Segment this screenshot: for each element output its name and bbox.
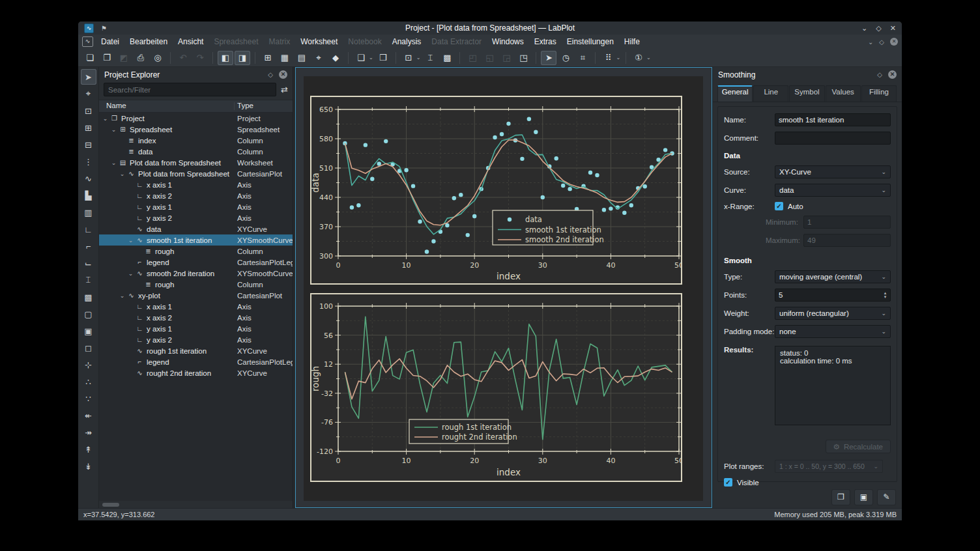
name-column-header[interactable]: Name (106, 100, 126, 111)
add-bar-plot-button[interactable]: ▥ (81, 205, 96, 220)
tree-row[interactable]: ≣dataColumn (99, 146, 293, 157)
select-mode-button[interactable]: ➤ (541, 51, 556, 65)
shift-right-x-button[interactable]: ↠ (81, 425, 96, 440)
search-input[interactable] (104, 83, 276, 96)
menu-bearbeiten[interactable]: Bearbeiten (124, 35, 173, 48)
tree-row[interactable]: ⌄⊞SpreadsheetSpreadsheet (99, 124, 293, 135)
zoom-x-select-button[interactable]: ⊞ (81, 120, 96, 135)
child-window-icon[interactable]: ∿ (82, 36, 93, 47)
tree-row[interactable]: ⌄∿smooth 1st iterationXYSmoothCurve (99, 234, 293, 246)
print-button[interactable]: ⎙ (133, 51, 149, 65)
filter-options-icon[interactable]: ⇄ (281, 85, 288, 94)
new-notebook-button[interactable]: ◆ (328, 51, 343, 65)
pin-icon[interactable]: ⚑ (101, 25, 107, 32)
new-datapicker-button[interactable]: ⌖ (311, 51, 326, 65)
tab-symbol[interactable]: Symbol (789, 85, 824, 102)
curve-select[interactable]: data ⌄ (775, 184, 891, 197)
float-panel-icon[interactable]: ◇ (877, 71, 882, 78)
titlebar[interactable]: ∿ ⚑ Project - [Plot data from Spreadshee… (78, 21, 902, 35)
chevron-down-icon[interactable]: ⌄ (369, 55, 373, 61)
type-column-header[interactable]: Type (237, 100, 253, 111)
minimize-button[interactable]: ⌄ (861, 22, 867, 34)
tree-row[interactable]: ≣roughColumn (99, 279, 293, 290)
close-panel-icon[interactable]: ✕ (888, 70, 897, 79)
import-file-button[interactable]: ❒ (375, 51, 391, 65)
child-minimize-button[interactable]: ⌄ (868, 38, 873, 46)
type-select[interactable]: moving average (central) ⌄ (775, 270, 891, 283)
tab-general[interactable]: General (717, 85, 753, 102)
tree-row[interactable]: ⌄∿Plot data from SpreadsheetCartesianPlo… (99, 168, 293, 179)
chevron-down-icon[interactable]: ⌄ (126, 237, 135, 244)
open-project-button[interactable]: ❐ (99, 51, 115, 65)
new-workbook-button[interactable]: ▤ (294, 51, 310, 65)
auto-checkbox[interactable]: ✓ (775, 202, 783, 210)
auto-scale-x-button[interactable]: ∴ (81, 374, 96, 389)
add-y-axis-button[interactable]: ⌐ (81, 238, 96, 254)
menu-windows[interactable]: Windows (487, 35, 529, 48)
tree-row[interactable]: ⌄∿smooth 2nd iterationXYSmoothCurve (99, 268, 293, 279)
shift-down-y-button[interactable]: ↡ (81, 459, 96, 474)
chevron-down-icon[interactable]: ⌄ (118, 171, 126, 177)
tree-row[interactable]: ≣roughColumn (99, 246, 293, 257)
tree-row[interactable]: ⌄∿xy-plotCartesianPlot (99, 290, 293, 301)
toggle-properties-explorer-button[interactable]: ◨ (235, 51, 250, 65)
toggle-project-explorer-button[interactable]: ◧ (218, 51, 233, 65)
tree-row[interactable]: ∿dataXYCurve (99, 223, 293, 234)
tree-row[interactable]: ∿rought 2nd iterationXYCurve (99, 367, 293, 378)
float-panel-icon[interactable]: ◇ (268, 71, 273, 78)
add-text-label-button[interactable]: ⌶ (81, 272, 96, 288)
new-spreadsheet-button[interactable]: ⊞ (260, 51, 276, 65)
tree-row[interactable]: ⌐legendCartesianPlotLegend (99, 356, 293, 367)
tree-row[interactable]: ∟x axis 2Axis (99, 190, 293, 201)
tree-row[interactable]: ∟x axis 1Axis (99, 179, 293, 190)
plot-frame-smoothing[interactable]: 01020304050300370440510580650indexdatada… (310, 96, 682, 285)
break-layout-button[interactable]: ◳ (515, 51, 531, 65)
auto-scale-y-button[interactable]: ∵ (81, 391, 96, 406)
tree-column-header[interactable]: Name Type (99, 100, 293, 113)
save-as-template-button[interactable]: ✎ (877, 489, 896, 505)
tree-row[interactable]: ⌄▤Plot data from SpreadsheetWorksheet (99, 157, 293, 168)
new-worksheet-button[interactable]: ❑ (353, 51, 369, 65)
chevron-down-icon[interactable]: ⌄ (101, 115, 109, 122)
print-preview-button[interactable]: ◎ (150, 51, 166, 65)
auto-scale-button[interactable]: ⊹ (81, 357, 96, 373)
child-restore-button[interactable]: ◇ (879, 38, 884, 46)
horizontal-scrollbar[interactable] (99, 501, 293, 508)
tree-row[interactable]: ∿rough 1st iterationXYCurve (99, 345, 293, 356)
select-cursor-button[interactable]: ➤ (81, 69, 96, 85)
new-project-button[interactable]: ❏ (82, 51, 98, 65)
close-panel-icon[interactable]: ✕ (279, 70, 287, 79)
save-template-button[interactable]: ▣ (854, 489, 873, 505)
zoom-select-mode-button[interactable]: ⌗ (575, 51, 590, 65)
zoom-y-select-button[interactable]: ⊟ (81, 137, 96, 152)
magnification-button[interactable]: ⠿ (600, 51, 616, 65)
menu-worksheet[interactable]: Worksheet (295, 35, 343, 48)
rough-plot[interactable]: 01020304050-120-76-321256100indexroughro… (311, 294, 681, 481)
add-histogram-button[interactable]: ▙ (81, 188, 96, 203)
crosshair-mode-button[interactable]: ◷ (558, 51, 573, 65)
menu-extras[interactable]: Extras (529, 35, 562, 48)
tree-row[interactable]: ⌐legendCartesianPlotLegend (99, 257, 293, 268)
tree-row[interactable]: ∟x axis 2Axis (99, 312, 293, 323)
tree-row[interactable]: ≣indexColumn (99, 135, 293, 146)
shift-left-x-button[interactable]: ↞ (81, 408, 96, 423)
tree-row[interactable]: ∟y axis 2Axis (99, 334, 293, 345)
close-button[interactable]: ✕ (890, 22, 896, 34)
shift-up-y-button[interactable]: ↟ (81, 442, 96, 457)
zoom-select-button[interactable]: ⊡ (81, 103, 96, 119)
add-text-label-button[interactable]: ⌶ (422, 51, 438, 65)
add-xy-curve-button[interactable]: ∿ (81, 171, 96, 186)
cursor-line-button[interactable]: ⋮ (81, 154, 96, 169)
child-close-button[interactable]: ✕ (890, 38, 898, 46)
padding-mode-select[interactable]: none ⌄ (775, 325, 891, 338)
tree-row[interactable]: ∟y axis 1Axis (99, 323, 293, 334)
chevron-down-icon[interactable]: ⌄ (616, 55, 620, 61)
chevron-down-icon[interactable]: ⌄ (118, 292, 126, 299)
points-stepper[interactable]: ▴ ▾ (775, 289, 891, 302)
tree-row[interactable]: ∟y axis 2Axis (99, 212, 293, 223)
smoothing-plot[interactable]: 01020304050300370440510580650indexdatada… (311, 97, 681, 283)
new-matrix-button[interactable]: ▦ (277, 51, 293, 65)
tree-row[interactable]: ⌄❐ProjectProject (99, 113, 293, 124)
chevron-down-icon[interactable]: ⌄ (109, 126, 118, 133)
menu-datei[interactable]: Datei (96, 35, 124, 48)
